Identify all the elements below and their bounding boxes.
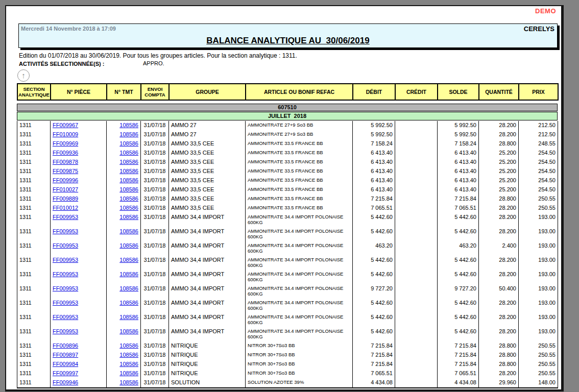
tmt-link[interactable]: 108586 (119, 131, 138, 137)
quantite-cell: 28.200 (479, 369, 519, 378)
tmt-link[interactable]: 108586 (119, 257, 138, 263)
tmt-link[interactable]: 108586 (119, 140, 138, 146)
section-cell: 1311 (17, 176, 51, 185)
tmt-link[interactable]: 108586 (119, 242, 138, 249)
piece-link-cell: FF009953 (51, 313, 107, 327)
section-cell: 1311 (17, 284, 51, 299)
tmt-link[interactable]: 108586 (119, 314, 138, 320)
tmt-link-cell: 108586 (107, 299, 141, 313)
scroll-to-top-icon[interactable]: ↑ (17, 69, 30, 82)
solde-cell: 5 442.60 (438, 227, 479, 241)
tmt-link[interactable]: 108586 (119, 214, 138, 220)
piece-link[interactable]: FF009953 (53, 300, 78, 306)
credit-cell (395, 213, 438, 227)
tmt-link[interactable]: 108586 (119, 150, 138, 156)
debit-cell: 463.20 (353, 241, 395, 256)
table-row: 1311FF00989710858631/07/18NITRIQUENITROR… (17, 351, 558, 360)
section-cell: 1311 (17, 213, 51, 227)
piece-link[interactable]: FF010012 (53, 205, 78, 211)
piece-link[interactable]: FF009953 (53, 314, 78, 320)
prix-cell: 250.55 (519, 369, 558, 378)
table-row: 1311FF00993610858631/07/18AMMO 33,5 CEEA… (17, 149, 558, 158)
prix-cell: 193.00 (519, 299, 558, 313)
piece-link[interactable]: FF009875 (53, 168, 78, 174)
piece-link[interactable]: FF009997 (53, 370, 78, 376)
debit-cell: 5 442.60 (353, 213, 395, 227)
credit-cell (395, 341, 438, 351)
tmt-link[interactable]: 108586 (119, 159, 138, 165)
solde-cell: 6 413.40 (438, 185, 479, 194)
prix-cell: 193.00 (519, 327, 558, 341)
piece-link[interactable]: FF009878 (53, 159, 78, 165)
column-header-tmt: N° TMT (107, 84, 141, 100)
company-name: CERELYS (524, 25, 554, 33)
section-cell: 1311 (17, 256, 51, 270)
piece-link[interactable]: FF009967 (53, 122, 78, 128)
groupe-cell: NITRIQUE (169, 351, 246, 360)
groupe-cell: AMMO 34,4 IMPORT (169, 256, 246, 270)
article-cell: NITROR 30+7So3 BB (246, 351, 353, 360)
tmt-link[interactable]: 108586 (119, 342, 138, 349)
piece-link[interactable]: FF009953 (53, 242, 78, 249)
tmt-link[interactable]: 108586 (119, 300, 138, 306)
credit-cell (395, 327, 438, 341)
piece-link[interactable]: FF010027 (53, 186, 78, 192)
debit-cell: 7 215.84 (353, 341, 395, 351)
solde-cell: 7 215.84 (438, 194, 479, 204)
piece-link-cell: FF009953 (51, 299, 107, 313)
piece-link[interactable]: FF009896 (53, 342, 78, 349)
piece-link[interactable]: FF009897 (53, 352, 78, 358)
piece-link[interactable]: FF009953 (53, 328, 78, 334)
tmt-link-cell: 108586 (107, 213, 141, 227)
tmt-link[interactable]: 108586 (119, 285, 138, 291)
tmt-link[interactable]: 108586 (119, 379, 138, 385)
tmt-link[interactable]: 108586 (119, 177, 138, 183)
tmt-link[interactable]: 108586 (119, 195, 138, 202)
table-row: 1311FF00995310858631/07/18AMMO 34,4 IMPO… (17, 270, 558, 284)
tmt-link[interactable]: 108586 (119, 186, 138, 192)
groupe-cell: AMMO 33,5 CEE (169, 139, 246, 149)
tmt-link[interactable]: 108586 (119, 328, 138, 334)
tmt-link[interactable]: 108586 (119, 361, 138, 367)
tmt-link[interactable]: 108586 (119, 205, 138, 211)
credit-cell (395, 270, 438, 284)
piece-link[interactable]: FF010009 (53, 131, 78, 137)
quantite-cell: 25.200 (479, 167, 519, 176)
piece-link[interactable]: FF009953 (53, 271, 78, 277)
tmt-link[interactable]: 108586 (119, 168, 138, 174)
tmt-link[interactable]: 108586 (119, 122, 138, 128)
debit-cell: 5 442.60 (353, 313, 395, 327)
tmt-link[interactable]: 108586 (119, 370, 138, 376)
prix-cell: 250.55 (519, 341, 558, 351)
tmt-link[interactable]: 108586 (119, 228, 138, 234)
tmt-link-cell: 108586 (107, 194, 141, 204)
piece-link[interactable]: FF009889 (53, 195, 78, 202)
solde-cell: 5 992.50 (438, 130, 479, 139)
piece-link[interactable]: FF009953 (53, 257, 78, 263)
envoi-compta-cell: 31/07/18 (141, 121, 169, 130)
credit-cell (395, 378, 438, 388)
article-cell: AMMONITRATE 33.5 FRANCE BB (246, 158, 353, 167)
month-band: JUILLET 2018 (17, 112, 558, 120)
debit-cell: 5 992.50 (353, 130, 395, 139)
piece-link[interactable]: FF009996 (53, 177, 78, 183)
quantite-cell: 28.200 (479, 121, 519, 130)
piece-link[interactable]: FF009953 (53, 228, 78, 234)
prix-cell: 254.50 (519, 185, 558, 194)
debit-cell: 5 442.60 (353, 299, 395, 313)
piece-link[interactable]: FF009946 (53, 379, 78, 385)
groupe-cell: AMMO 34,4 IMPORT (169, 299, 246, 313)
piece-link[interactable]: FF009984 (53, 361, 78, 367)
tmt-link[interactable]: 108586 (119, 352, 138, 358)
piece-link[interactable]: FF009953 (53, 285, 78, 291)
article-cell: AMMONITRATE 27+9 So3 BB (246, 121, 353, 130)
piece-link[interactable]: FF009936 (53, 150, 78, 156)
piece-link[interactable]: FF009969 (53, 140, 78, 146)
piece-link-cell: FF009953 (51, 327, 107, 341)
piece-link-cell: FF009953 (51, 227, 107, 241)
piece-link[interactable]: FF009953 (53, 214, 78, 220)
activities-label: ACTIVITÉS SELECTIONNÉE(S) : (19, 61, 104, 67)
quantite-cell: 25.200 (479, 176, 519, 185)
solde-cell: 4 434.08 (438, 378, 479, 388)
tmt-link[interactable]: 108586 (119, 271, 138, 277)
